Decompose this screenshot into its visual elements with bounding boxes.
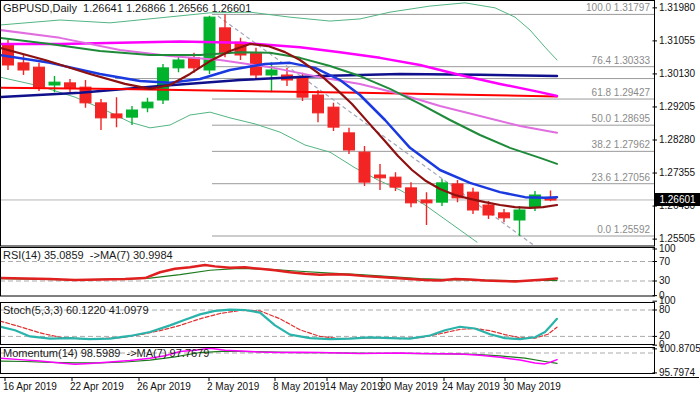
main-plot-area: [0, 3, 655, 246]
candle-body: [158, 68, 169, 100]
candle-body: [406, 188, 417, 203]
candle-21-May-2019: [390, 172, 401, 191]
candle-18-Apr-2019: [34, 63, 45, 91]
candle-body: [111, 114, 122, 118]
candle-3-May-2019: [204, 16, 215, 74]
candle-body: [173, 60, 184, 68]
candle-22-May-2019: [406, 182, 417, 207]
candle-body: [313, 95, 324, 113]
rsi-line: [0, 265, 557, 282]
candle-20-May-2019: [375, 164, 386, 190]
candle-14-May-2019: [313, 90, 324, 122]
candle-body: [297, 77, 308, 97]
candle-body: [421, 200, 432, 203]
candle-4-Jun-2019: [545, 191, 556, 202]
candle-body: [266, 70, 277, 75]
candle-30-Apr-2019: [158, 64, 169, 104]
candle-body: [127, 110, 138, 117]
candle-body: [483, 205, 494, 215]
candle-30-May-2019: [499, 209, 510, 222]
candle-17-May-2019: [359, 146, 370, 186]
candle-body: [328, 107, 339, 127]
candle-body: [220, 28, 231, 53]
candle-body: [189, 58, 200, 68]
candle-body: [390, 177, 401, 187]
candle-body: [65, 83, 76, 88]
candle-22-Apr-2019: [65, 79, 76, 93]
candle-26-Apr-2019: [127, 106, 138, 125]
candle-body: [142, 102, 153, 108]
candle-24-May-2019: [437, 179, 448, 206]
candle-body: [375, 175, 386, 178]
candle-body: [437, 183, 448, 202]
candle-body: [18, 63, 29, 70]
candle-body: [499, 213, 510, 218]
stoch-k-line: [0, 310, 557, 339]
candle-body: [514, 210, 525, 220]
envelope-lower: [0, 77, 477, 242]
envelope-upper: [0, 3, 557, 60]
candle-body: [49, 82, 60, 85]
candle-29-Apr-2019: [142, 98, 153, 112]
candle-24-Apr-2019: [96, 99, 107, 130]
candle-16-May-2019: [344, 128, 355, 154]
stoch-d-line: [0, 310, 557, 338]
candle-25-Apr-2019: [111, 97, 122, 127]
candle-15-May-2019: [328, 103, 339, 131]
candle-body: [359, 152, 370, 182]
momentum-line: [0, 348, 557, 364]
ema-blue: [0, 55, 557, 198]
rsi-panel-border: [1, 248, 655, 297]
mt4-chart-window: GBPUSD,Daily 1.26641 1.26866 1.26566 1.2…: [0, 0, 700, 400]
candle-body: [34, 67, 45, 87]
chart-canvas[interactable]: [0, 0, 700, 400]
candle-body: [96, 103, 107, 118]
candle-body: [344, 133, 355, 150]
